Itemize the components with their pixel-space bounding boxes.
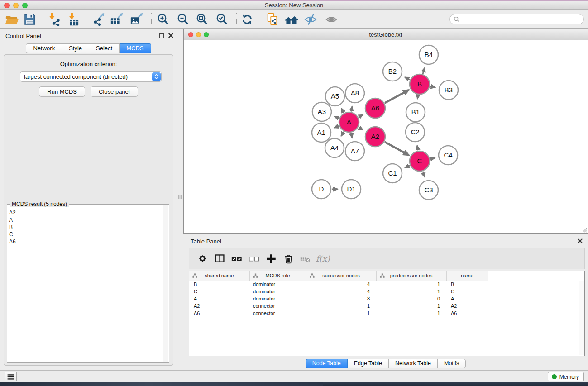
graph-edge-A-A7[interactable] xyxy=(351,133,352,138)
tab-style[interactable]: Style xyxy=(62,43,89,53)
show-all-button[interactable] xyxy=(323,12,339,27)
search-input[interactable] xyxy=(462,16,580,23)
close-window-button[interactable] xyxy=(4,3,10,8)
window-titlebar[interactable]: Session: New Session xyxy=(0,1,588,10)
refresh-button[interactable] xyxy=(239,12,255,27)
create-column-button[interactable] xyxy=(263,252,280,266)
export-table-button[interactable] xyxy=(109,12,125,27)
delete-table-button[interactable] xyxy=(297,252,314,266)
graph-edge-C-C1[interactable] xyxy=(405,166,410,168)
scrollbar[interactable] xyxy=(163,205,168,362)
import-table-button[interactable] xyxy=(64,12,81,27)
graph-edge-B-B1[interactable] xyxy=(417,95,418,99)
duplicate-network-button[interactable] xyxy=(264,12,281,27)
minimize-view-button[interactable] xyxy=(196,32,201,37)
function-builder-button[interactable]: f(x) xyxy=(316,254,330,263)
mcds-result-item[interactable]: C xyxy=(9,231,161,238)
tab-node-table[interactable]: Node Table xyxy=(306,359,348,368)
column-header-name[interactable]: name xyxy=(446,271,488,281)
delete-column-button[interactable] xyxy=(280,252,297,266)
table-row[interactable]: A6connector11A6 xyxy=(189,310,584,317)
resize-grip-icon[interactable] xyxy=(581,226,587,233)
maximize-window-button[interactable] xyxy=(22,3,28,8)
minimize-window-button[interactable] xyxy=(13,3,19,8)
graph-edge-A-A2[interactable] xyxy=(359,128,363,130)
table-settings-button[interactable] xyxy=(194,252,211,266)
tab-select[interactable]: Select xyxy=(89,43,120,53)
column-hierarchy-icon xyxy=(253,273,258,278)
table-cell: C xyxy=(189,288,249,295)
criterion-select[interactable]: largest connected component (directed) xyxy=(20,71,162,82)
task-history-button[interactable] xyxy=(5,372,17,381)
maximize-view-button[interactable] xyxy=(204,32,209,37)
column-header-predecessor-nodes[interactable]: predecessor nodes xyxy=(376,271,446,281)
tab-motifs[interactable]: Motifs xyxy=(438,359,466,368)
column-header-successor-nodes[interactable]: successor nodes xyxy=(306,271,376,281)
deselect-all-columns-button[interactable] xyxy=(245,252,263,266)
tab-mcds[interactable]: MCDS xyxy=(120,43,151,53)
tab-network[interactable]: Network xyxy=(26,43,62,53)
mcds-result-item[interactable]: A xyxy=(9,216,161,224)
graph-edge-A2-C[interactable] xyxy=(385,142,409,155)
mcds-result-item[interactable]: B xyxy=(9,224,161,231)
graph-edge-A-A4[interactable] xyxy=(341,132,344,136)
close-panel-icon[interactable] xyxy=(168,33,173,38)
table-cell: 4 xyxy=(306,281,376,288)
graph-edge-A6-B[interactable] xyxy=(385,90,409,103)
zoom-selected-button[interactable] xyxy=(214,12,230,27)
zoom-out-button[interactable] xyxy=(175,12,191,27)
table-row[interactable]: Bdominator41B xyxy=(189,281,584,288)
zoom-fit-button[interactable] xyxy=(194,12,210,27)
close-panel-button[interactable]: Close panel xyxy=(91,86,138,97)
open-session-button[interactable] xyxy=(4,12,20,27)
table-row[interactable]: Cdominator41C xyxy=(189,288,584,295)
scrollbar[interactable] xyxy=(579,281,584,355)
mcds-result-item[interactable]: A6 xyxy=(9,238,161,245)
close-panel-icon[interactable] xyxy=(578,238,583,243)
zoom-in-button[interactable] xyxy=(155,12,171,27)
export-network-button[interactable] xyxy=(91,12,107,27)
graph-edge-A-A1[interactable] xyxy=(334,126,339,128)
table-cell-filler xyxy=(488,295,584,302)
column-header-MCDS-role[interactable]: MCDS role xyxy=(249,271,306,281)
tab-network-table[interactable]: Network Table xyxy=(389,359,438,368)
graph-edge-A-A5[interactable] xyxy=(341,108,344,113)
float-panel-icon[interactable] xyxy=(159,33,164,38)
tab-edge-table[interactable]: Edge Table xyxy=(348,359,389,368)
select-stepper-icon[interactable] xyxy=(152,72,161,81)
mcds-panel: Optimization criterion: largest connecte… xyxy=(4,54,173,366)
graph-edge-B-B3[interactable] xyxy=(430,86,435,87)
application-window: Session: New Session xyxy=(0,0,588,386)
memory-status-button[interactable]: Memory xyxy=(548,372,584,381)
graph-edge-B-B4[interactable] xyxy=(423,68,425,74)
graph-edge-C-C4[interactable] xyxy=(430,158,435,159)
splitter-grip[interactable] xyxy=(178,195,182,199)
close-view-button[interactable] xyxy=(188,32,193,37)
table-row[interactable]: Adominator80A xyxy=(189,295,584,302)
export-image-button[interactable] xyxy=(129,12,145,27)
save-session-button[interactable] xyxy=(22,12,38,27)
home-button[interactable] xyxy=(283,12,300,27)
graph-edge-A-A6[interactable] xyxy=(359,115,363,117)
float-panel-icon[interactable] xyxy=(569,239,573,243)
table-row[interactable]: A2connector11A2 xyxy=(189,302,584,310)
graph-edge-C-C2[interactable] xyxy=(417,146,418,151)
graph-node-label: A4 xyxy=(330,144,339,152)
search-field[interactable] xyxy=(449,14,584,24)
graph-edge-A-A3[interactable] xyxy=(335,117,339,119)
network-canvas[interactable]: B4B2BB3A8A5A6A3B1AC2A1A2A4A7C4CC1DD1C3 xyxy=(184,41,588,233)
import-network-button[interactable] xyxy=(46,12,62,27)
run-mcds-button[interactable]: Run MCDS xyxy=(39,86,85,97)
panel-splitter[interactable] xyxy=(177,29,183,368)
graph-node-label: C2 xyxy=(411,128,419,136)
mcds-result-item[interactable]: A2 xyxy=(9,209,161,216)
graph-edge-B-B2[interactable] xyxy=(405,77,410,80)
show-column-button[interactable] xyxy=(211,252,228,266)
network-window-titlebar[interactable]: testGlobe.txt xyxy=(184,29,588,40)
select-all-columns-button[interactable] xyxy=(228,252,245,266)
delete-table-icon xyxy=(300,253,311,265)
graph-edge-C-C3[interactable] xyxy=(423,172,425,177)
hide-unselected-button[interactable] xyxy=(302,12,319,27)
graph-edge-A-A8[interactable] xyxy=(351,106,352,111)
column-header-shared-name[interactable]: shared name xyxy=(189,271,249,281)
